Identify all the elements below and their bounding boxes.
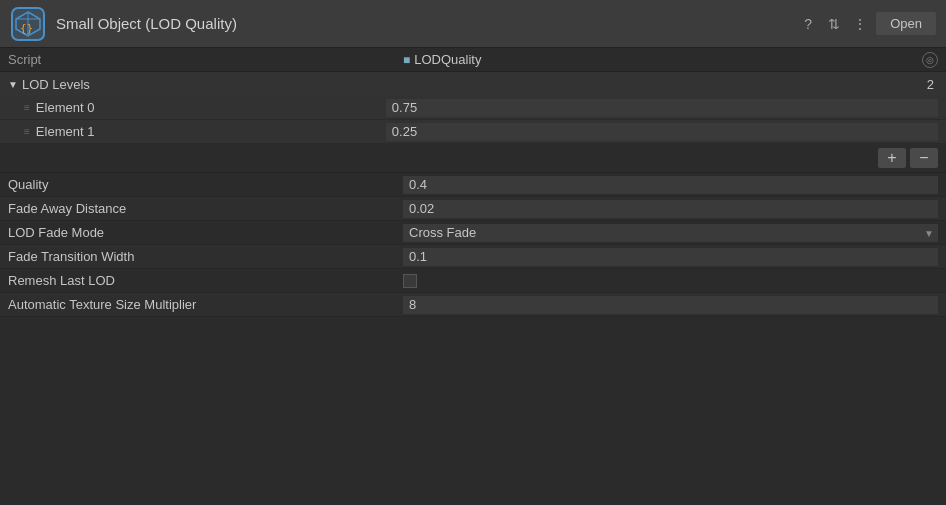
- property-row-4: Remesh Last LOD: [0, 269, 946, 293]
- open-button[interactable]: Open: [876, 12, 936, 35]
- settings-icon[interactable]: ⇅: [824, 14, 844, 34]
- script-label: Script: [8, 52, 403, 67]
- property-row-5: Automatic Texture Size Multiplier: [0, 293, 946, 317]
- property-input-5[interactable]: [403, 296, 938, 314]
- script-file-icon: ■: [403, 53, 410, 67]
- drag-handle-1[interactable]: ≡: [24, 126, 28, 137]
- property-select-2[interactable]: Cross FadeSpeed TreeNone: [403, 224, 938, 242]
- unity-icon: {}: [10, 6, 46, 42]
- property-row-0: Quality: [0, 173, 946, 197]
- title-bar: {} Small Object (LOD Quality) ? ⇅ ⋮ Open: [0, 0, 946, 48]
- lod-levels-label: LOD Levels: [22, 77, 927, 92]
- script-value: ■ LODQuality ◎: [403, 52, 938, 68]
- lod-collapse-arrow[interactable]: ▼: [8, 79, 18, 90]
- script-target-icon[interactable]: ◎: [922, 52, 938, 68]
- property-input-3[interactable]: [403, 248, 938, 266]
- property-row-1: Fade Away Distance: [0, 197, 946, 221]
- property-input-1[interactable]: [403, 200, 938, 218]
- element-0-label: Element 0: [36, 100, 386, 115]
- property-checkbox-4[interactable]: [403, 274, 417, 288]
- lod-element-row-0: ≡ Element 0: [0, 96, 946, 120]
- property-row-2: LOD Fade ModeCross FadeSpeed TreeNone▼: [0, 221, 946, 245]
- lod-element-row-1: ≡ Element 1: [0, 120, 946, 144]
- content-area: Script ■ LODQuality ◎ ▼ LOD Levels 2 ≡ E…: [0, 48, 946, 505]
- property-select-wrapper-2: Cross FadeSpeed TreeNone▼: [403, 224, 938, 242]
- title-actions: ? ⇅ ⋮ Open: [798, 12, 936, 35]
- script-name: LODQuality: [414, 52, 481, 67]
- property-label-5: Automatic Texture Size Multiplier: [8, 297, 403, 312]
- property-label-0: Quality: [8, 177, 403, 192]
- property-label-4: Remesh Last LOD: [8, 273, 403, 288]
- property-label-3: Fade Transition Width: [8, 249, 403, 264]
- lod-levels-header: ▼ LOD Levels 2: [0, 72, 946, 96]
- window: {} Small Object (LOD Quality) ? ⇅ ⋮ Open…: [0, 0, 946, 505]
- property-label-1: Fade Away Distance: [8, 201, 403, 216]
- lod-levels-count: 2: [927, 77, 938, 92]
- checkbox-wrapper-4: [403, 274, 938, 288]
- svg-text:{}: {}: [20, 22, 33, 35]
- help-icon[interactable]: ?: [798, 14, 818, 34]
- property-input-0[interactable]: [403, 176, 938, 194]
- property-row-3: Fade Transition Width: [0, 245, 946, 269]
- drag-handle-0[interactable]: ≡: [24, 102, 28, 113]
- element-0-input[interactable]: [386, 99, 938, 117]
- element-1-label: Element 1: [36, 124, 386, 139]
- element-1-input[interactable]: [386, 123, 938, 141]
- window-title: Small Object (LOD Quality): [56, 15, 798, 32]
- add-remove-row: + −: [0, 144, 946, 173]
- overflow-icon[interactable]: ⋮: [850, 14, 870, 34]
- remove-element-button[interactable]: −: [910, 148, 938, 168]
- properties-container: QualityFade Away DistanceLOD Fade ModeCr…: [0, 173, 946, 317]
- property-label-2: LOD Fade Mode: [8, 225, 403, 240]
- add-element-button[interactable]: +: [878, 148, 906, 168]
- script-row: Script ■ LODQuality ◎: [0, 48, 946, 72]
